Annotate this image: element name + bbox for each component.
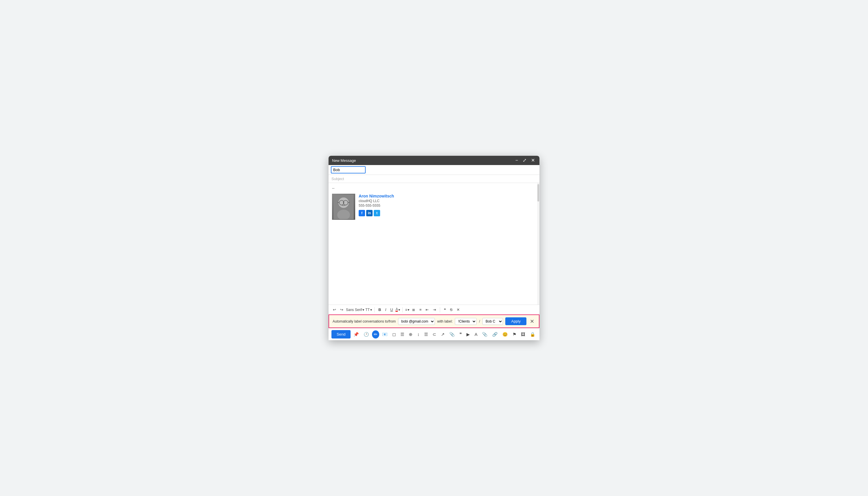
sig-phone: 555-555-5555: [359, 204, 394, 207]
align-dropdown-icon: ▾: [408, 308, 409, 312]
to-input-wrapper: [331, 166, 537, 173]
close-button[interactable]: ✕: [530, 158, 536, 163]
link-icon: 🔗: [492, 332, 498, 337]
to-field: [329, 165, 539, 175]
autolabel-contact-select[interactable]: Bob C: [482, 318, 503, 325]
align-icon: ≡: [405, 308, 407, 312]
autolabel-email-select[interactable]: bobi @gmail.com: [398, 318, 435, 325]
title-bar: New Message − ⤢ ✕: [329, 156, 539, 165]
strikethrough-button[interactable]: S: [448, 307, 454, 313]
apply-button[interactable]: Apply: [505, 317, 527, 325]
font-size-selector[interactable]: TT ▾: [365, 308, 372, 312]
flag-button[interactable]: ⚑: [511, 330, 518, 339]
linkedin-icon[interactable]: in: [366, 210, 372, 216]
filter-button[interactable]: ⊂: [431, 330, 438, 339]
ordered-list-button[interactable]: ≣: [411, 307, 416, 313]
remove-format-button[interactable]: ✕: [455, 307, 461, 313]
autolabel-label-select[interactable]: !Clients: [455, 318, 476, 325]
text-color-button[interactable]: A: [473, 330, 479, 338]
signature-info: Aron Nimzowitsch cloudHQ LLC 555-555-555…: [359, 194, 394, 216]
to-input[interactable]: [331, 166, 366, 173]
image-button[interactable]: 🖼: [519, 330, 527, 338]
sig-social: f in t: [359, 210, 394, 216]
blockquote-button[interactable]: ❝: [442, 307, 447, 313]
toolbar-separator-1: [374, 307, 375, 312]
video-button[interactable]: ▶: [465, 330, 472, 339]
font-name: Sans Serif: [346, 308, 362, 312]
svg-line-7: [348, 202, 350, 203]
font-color-icon: A: [395, 308, 398, 312]
indent-less-button[interactable]: ⇤: [424, 307, 430, 313]
flag-icon: ⚑: [513, 332, 516, 337]
send-button[interactable]: Send: [332, 330, 351, 339]
signature-button[interactable]: ✏: [372, 330, 379, 339]
autolabel-close-button[interactable]: ✕: [529, 319, 535, 324]
resize-icon: ↕: [417, 332, 420, 337]
box-button[interactable]: ◻: [391, 330, 397, 339]
format-toolbar: ↩ ↪ Sans Serif ▾ TT ▾ B I U A ▾ ≡ ▾ ≣ ≡ …: [329, 305, 539, 314]
list2-button[interactable]: ☰: [422, 330, 430, 339]
format-toggle-icon: 📌: [353, 332, 359, 337]
italic-button[interactable]: I: [384, 307, 387, 313]
expand-button[interactable]: ⊕: [407, 330, 414, 339]
compose-window: New Message − ⤢ ✕ Subject --: [329, 156, 539, 340]
scroll-thumb[interactable]: [537, 184, 539, 202]
emoji-button[interactable]: 😊: [501, 330, 509, 339]
subject-placeholder: Subject: [332, 176, 344, 181]
unordered-list-button[interactable]: ≡: [418, 307, 423, 313]
image-icon: 🖼: [521, 332, 525, 337]
action-bar: Send 📌 🕐 ✏ 📧 ◻ ☰ ⊕ ↕ ☰ ⊂: [329, 328, 539, 340]
twitter-icon[interactable]: t: [374, 210, 380, 216]
autolabel-bar: Automatically label conversations to/fro…: [329, 314, 539, 328]
emoji-icon: 😊: [502, 332, 508, 337]
autolabel-slash: /: [479, 319, 480, 323]
link-button[interactable]: 🔗: [490, 330, 500, 339]
share-icon: ↗: [441, 332, 445, 337]
undo-button[interactable]: ↩: [332, 307, 337, 313]
email-icon: 📧: [382, 332, 387, 337]
video-icon: ▶: [467, 332, 470, 337]
attach-icon: 📎: [450, 332, 455, 337]
indent-more-button[interactable]: ⇥: [431, 307, 438, 313]
resize-button[interactable]: ↕: [415, 330, 421, 338]
align-selector[interactable]: ≡ ▾: [405, 308, 409, 312]
autolabel-with-label-text: with label:: [437, 320, 453, 323]
schedule-button[interactable]: 🕐: [362, 330, 371, 339]
maximize-button[interactable]: ⤢: [521, 158, 528, 163]
email-action-button[interactable]: 📧: [380, 330, 390, 339]
font-color-selector[interactable]: A ▾: [395, 308, 400, 312]
toolbar-separator-2: [402, 307, 403, 312]
lock-icon: 🔒: [530, 332, 535, 337]
minimize-button[interactable]: −: [514, 158, 519, 163]
message-area[interactable]: --: [329, 183, 539, 305]
autolabel-text-before: Automatically label conversations to/fro…: [333, 320, 396, 323]
underline-button[interactable]: U: [389, 307, 394, 313]
title-bar-actions: − ⤢ ✕: [514, 158, 536, 163]
bold-button[interactable]: B: [377, 307, 382, 313]
clip2-button[interactable]: 📎: [481, 330, 489, 339]
facebook-icon[interactable]: f: [359, 210, 365, 216]
text-color-icon: A: [475, 332, 477, 337]
format-toggle-button[interactable]: 📌: [352, 330, 361, 339]
edit-button[interactable]: ✏: [538, 330, 539, 339]
share-button[interactable]: ↗: [439, 330, 446, 339]
message-separator: --: [332, 186, 536, 190]
svg-line-6: [337, 202, 339, 203]
font-size-dropdown-icon: ▾: [370, 308, 372, 312]
attach-button[interactable]: 📎: [447, 330, 457, 339]
quote-button[interactable]: ❞: [458, 330, 463, 339]
clip2-icon: 📎: [482, 332, 488, 337]
font-dropdown-icon: ▾: [363, 308, 364, 312]
box-icon: ◻: [392, 332, 396, 337]
sig-name: Aron Nimzowitsch: [359, 194, 394, 198]
menu-button[interactable]: ☰: [399, 330, 406, 339]
expand-icon: ⊕: [409, 332, 413, 337]
lock-button[interactable]: 🔒: [528, 330, 537, 339]
subject-field[interactable]: Subject: [329, 175, 539, 183]
scrollbar[interactable]: [537, 183, 539, 305]
redo-button[interactable]: ↪: [339, 307, 345, 313]
font-color-dropdown-icon: ▾: [398, 308, 400, 312]
avatar-image: [332, 194, 355, 220]
font-selector[interactable]: Sans Serif ▾: [346, 308, 364, 312]
font-size-label: TT: [365, 308, 370, 312]
